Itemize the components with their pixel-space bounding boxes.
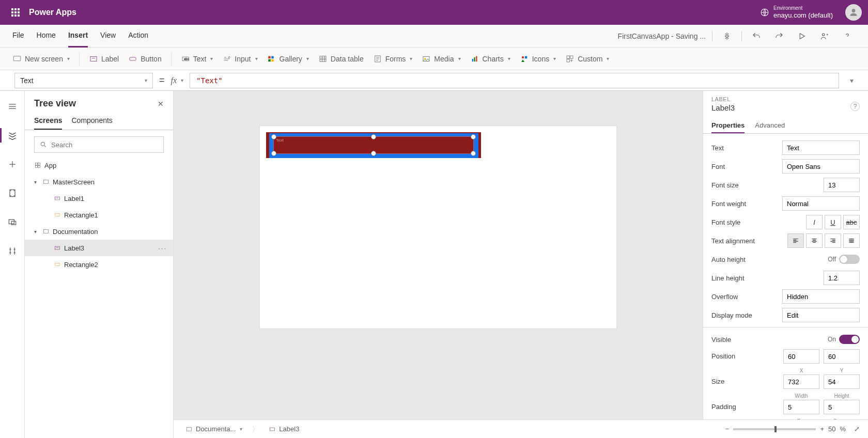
breadcrumb-selected[interactable]: Label3	[265, 424, 303, 434]
resize-handle[interactable]	[271, 134, 276, 139]
prop-input-width[interactable]	[783, 374, 819, 389]
hamburger-icon[interactable]	[3, 97, 22, 116]
forms-button[interactable]: Forms▾	[373, 52, 413, 66]
environment-switcher[interactable]: Environment enayu.com (default)	[760, 5, 833, 20]
formula-expand[interactable]: ▾	[845, 76, 858, 85]
input-button[interactable]: Input▾	[222, 52, 257, 66]
custom-button[interactable]: Custom▾	[565, 52, 609, 66]
prop-input-padbottom[interactable]	[824, 400, 860, 414]
align-left-button[interactable]	[787, 233, 804, 248]
button-button[interactable]: Button	[128, 52, 171, 66]
tab-action[interactable]: Action	[128, 25, 148, 48]
tree-view-icon[interactable]	[3, 126, 22, 145]
resize-handle[interactable]	[371, 151, 376, 156]
tree-item-masterscreen[interactable]: ▾ MasterScreen	[25, 174, 173, 190]
strike-button[interactable]: abc	[843, 215, 860, 229]
breadcrumb-screen[interactable]: Documenta...▾	[182, 424, 246, 434]
icons-button[interactable]: Icons▾	[520, 52, 556, 66]
data-icon[interactable]	[3, 184, 22, 202]
close-icon[interactable]: ✕	[158, 100, 164, 108]
gallery-button[interactable]: Gallery▾	[267, 52, 309, 66]
tools-icon[interactable]	[3, 242, 22, 260]
new-screen-button[interactable]: New screen▾	[12, 52, 80, 66]
formula-input[interactable]: "Text"	[190, 73, 839, 88]
screen-icon	[12, 54, 22, 64]
add-icon[interactable]	[3, 155, 22, 174]
tab-view[interactable]: View	[100, 25, 116, 48]
zoom-in-icon[interactable]: +	[820, 425, 824, 433]
tree-item-app[interactable]: App	[25, 157, 173, 174]
prop-select-font[interactable]: Open Sans	[782, 159, 860, 174]
prop-input-lineheight[interactable]	[824, 271, 860, 285]
charts-button[interactable]: Charts▾	[470, 52, 510, 66]
prop-select-overflow[interactable]: Hidden	[782, 289, 860, 304]
more-icon[interactable]: ···	[158, 244, 167, 252]
datatable-button[interactable]: Data table	[318, 52, 364, 66]
media-rail-icon[interactable]	[3, 213, 22, 231]
zoom-out-icon[interactable]: −	[725, 425, 730, 433]
prop-select-displaymode[interactable]: Edit	[782, 308, 860, 322]
tab-file[interactable]: File	[12, 25, 24, 48]
prop-input-text[interactable]	[782, 140, 860, 155]
media-button[interactable]: Media▾	[422, 52, 460, 66]
search-input[interactable]	[51, 141, 158, 149]
prop-select-fontweight[interactable]: Normal	[782, 196, 860, 211]
waffle-icon[interactable]	[6, 3, 25, 22]
tree-search[interactable]	[34, 136, 164, 153]
tree-item-rectangle1[interactable]: Rectangle1	[25, 207, 173, 223]
prop-label-text: Text	[711, 144, 724, 152]
zoom-slider[interactable]	[733, 428, 816, 430]
fit-icon[interactable]: ⤢	[854, 425, 860, 433]
svg-rect-5	[18, 11, 20, 13]
prop-input-y[interactable]	[824, 349, 860, 364]
resize-handle[interactable]	[371, 134, 376, 139]
resize-handle[interactable]	[271, 151, 276, 156]
tree-tab-screens[interactable]: Screens	[34, 112, 62, 130]
tab-home[interactable]: Home	[37, 25, 56, 48]
svg-rect-47	[55, 246, 59, 249]
prop-label-position: Position	[711, 349, 735, 360]
align-center-button[interactable]	[806, 233, 823, 248]
text-button[interactable]: abc Text▾	[181, 52, 213, 66]
prop-tab-advanced[interactable]: Advanced	[755, 117, 785, 133]
prop-input-fontsize[interactable]	[824, 178, 860, 192]
tab-insert[interactable]: Insert	[68, 25, 88, 48]
resize-handle[interactable]	[471, 151, 476, 156]
app-checker-icon[interactable]	[719, 28, 735, 44]
label-button[interactable]: Label	[89, 52, 119, 66]
redo-icon[interactable]	[771, 28, 787, 44]
prop-tab-properties[interactable]: Properties	[711, 117, 745, 133]
rect-icon	[54, 261, 61, 268]
canvas-screen[interactable]: Text	[260, 126, 616, 328]
autoheight-toggle[interactable]	[839, 255, 860, 264]
svg-rect-4	[14, 11, 17, 13]
help-icon[interactable]	[839, 28, 856, 44]
tree-item-label3[interactable]: Label3 ···	[25, 240, 173, 256]
align-right-button[interactable]	[825, 233, 841, 248]
align-justify-button[interactable]	[843, 233, 860, 248]
visible-toggle[interactable]	[839, 335, 860, 344]
fx-dropdown[interactable]: fx▾	[171, 76, 184, 85]
canvas-area[interactable]: Text	[174, 91, 703, 438]
undo-icon[interactable]	[748, 28, 765, 44]
tree-item-rectangle2[interactable]: Rectangle2	[25, 256, 173, 273]
user-avatar[interactable]	[845, 4, 862, 21]
prop-input-padtop[interactable]	[783, 400, 819, 414]
italic-button[interactable]: I	[806, 215, 823, 229]
prop-input-height[interactable]	[824, 374, 860, 389]
svg-rect-49	[187, 427, 191, 431]
svg-rect-2	[18, 8, 20, 10]
tree-item-documentation[interactable]: ▾ Documentation	[25, 223, 173, 240]
selected-label[interactable]: Text	[273, 136, 474, 154]
label-icon	[269, 426, 276, 433]
tree-tab-components[interactable]: Components	[71, 112, 112, 130]
prop-help-icon[interactable]: ?	[850, 102, 860, 111]
underline-button[interactable]: U	[825, 215, 841, 229]
prop-input-x[interactable]	[783, 349, 819, 364]
tree-item-label1[interactable]: Label1	[25, 190, 173, 207]
play-icon[interactable]	[794, 28, 810, 44]
share-icon[interactable]	[816, 28, 833, 44]
resize-handle[interactable]	[471, 134, 476, 139]
property-dropdown[interactable]: Text▾	[14, 73, 153, 88]
prop-label-fontstyle: Font style	[711, 218, 740, 226]
